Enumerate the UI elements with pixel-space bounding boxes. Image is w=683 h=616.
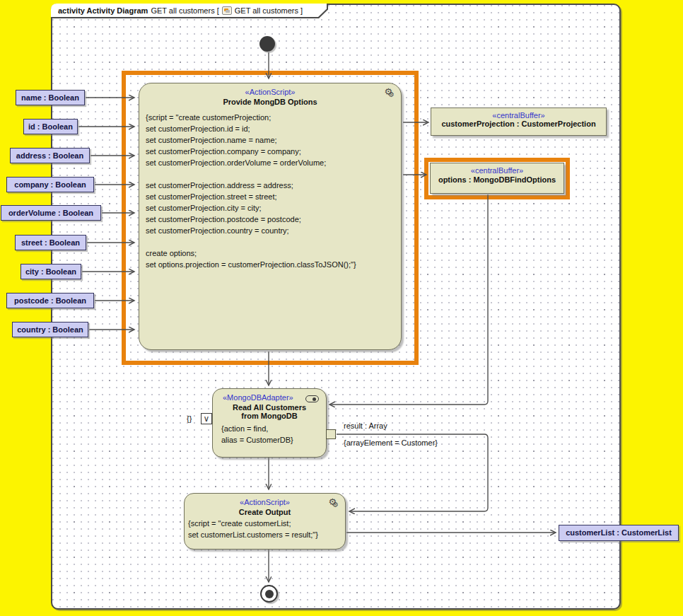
read-action-body: {action = find, alias = CustomerDB}: [213, 420, 326, 446]
provide-action-title: Provide MongDB Options: [139, 98, 401, 106]
initial-node[interactable]: [259, 36, 275, 52]
parameter-node-customerlist[interactable]: customerList : CustomerList: [559, 525, 679, 541]
customerprojection-label: customerProjection : CustomerProjection: [431, 120, 606, 128]
provide-action-script: {script = "create customerProjection; se…: [139, 106, 401, 270]
action-read-all-customers[interactable]: «MongoDBAdapter» Read All Customers from…: [212, 388, 327, 458]
value-pin-check-icon: ∨: [204, 414, 210, 424]
value-pin[interactable]: ∨: [201, 413, 212, 424]
central-buffer-customerprojection[interactable]: «centralBuffer» customerProjection : Cus…: [431, 107, 607, 136]
activity-final-node[interactable]: [260, 585, 278, 603]
parameter-node-name[interactable]: name : Boolean: [16, 90, 85, 105]
result-output-pin[interactable]: [326, 429, 336, 439]
parameter-node-country[interactable]: country : Boolean: [12, 322, 88, 337]
parameter-node-id[interactable]: id : Boolean: [23, 119, 78, 134]
parameter-node-ordervolume[interactable]: orderVolume : Boolean: [1, 205, 101, 221]
parameter-node-street[interactable]: street : Boolean: [15, 235, 86, 250]
parameter-node-postcode[interactable]: postcode : Boolean: [6, 293, 94, 308]
action-provide-mongodb-options[interactable]: «ActionScript» Provide MongDB Options {s…: [139, 83, 402, 350]
result-pin-constraint: {arrayElement = Customer}: [344, 438, 438, 447]
provide-action-stereotype: «ActionScript»: [139, 83, 401, 96]
activity-final-node-dot: [265, 590, 274, 598]
result-pin-label: result : Array: [344, 422, 387, 430]
gears-icon: ⚙⚙: [384, 87, 395, 98]
options-label: options : MongoDBFindOptions: [431, 175, 564, 184]
gears-icon: ⚙⚙: [328, 497, 339, 509]
create-action-stereotype: «ActionScript»: [185, 494, 345, 506]
mongodb-adapter-icon-dot: [313, 397, 316, 401]
create-action-script: {script = "create customerList; set cust…: [185, 516, 345, 540]
action-create-output[interactable]: «ActionScript» Create Output {script = "…: [184, 493, 346, 550]
read-action-title: Read All Customers from MongoDB: [213, 403, 326, 420]
create-action-title: Create Output: [185, 508, 345, 516]
parameter-node-address[interactable]: address : Boolean: [10, 148, 90, 163]
options-stereotype: «centralBuffer»: [431, 163, 564, 175]
parameter-node-city[interactable]: city : Boolean: [21, 264, 81, 279]
mongodb-adapter-icon: [305, 395, 319, 402]
value-pin-braces-label: {}: [187, 414, 192, 423]
customerprojection-stereotype: «centralBuffer»: [431, 108, 606, 120]
parameter-node-company[interactable]: company : Boolean: [6, 177, 94, 192]
central-buffer-options[interactable]: «centralBuffer» options : MongoDBFindOpt…: [430, 163, 564, 194]
